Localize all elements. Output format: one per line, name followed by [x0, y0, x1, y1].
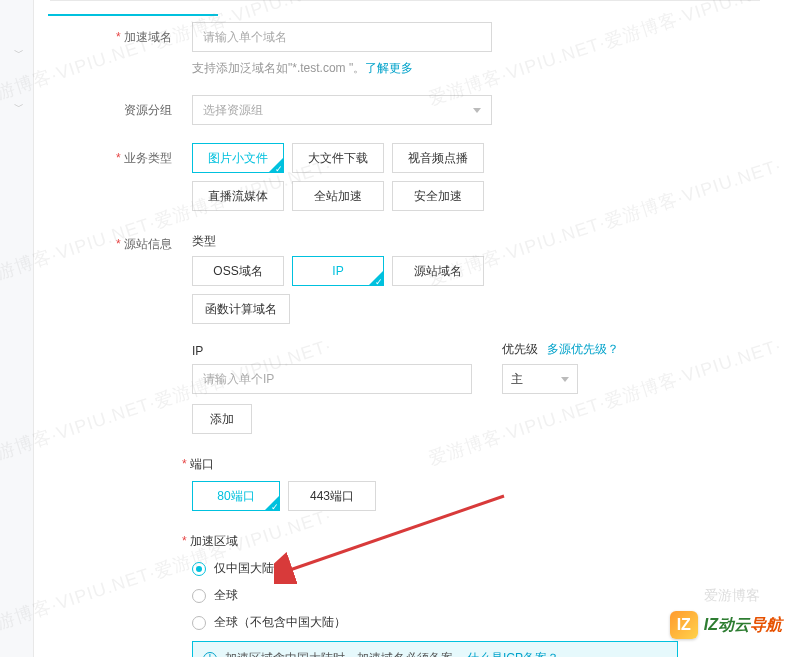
label-origin: 源站信息 [100, 229, 172, 253]
biztype-option-scdn[interactable]: 安全加速 [392, 181, 484, 211]
priority-label: 优先级 [502, 342, 538, 356]
region-option-label: 仅中国大陆 [214, 560, 274, 577]
priority-select[interactable]: 主 [502, 364, 578, 394]
domain-hint-text: 支持添加泛域名如"*.test.com "。 [192, 61, 365, 75]
resource-group-select[interactable]: 选择资源组 [192, 95, 492, 125]
biztype-option-live[interactable]: 直播流媒体 [192, 181, 284, 211]
radio-icon [192, 616, 206, 630]
priority-help-link[interactable]: 多源优先级？ [547, 342, 619, 356]
port-section-label: 端口 [182, 456, 376, 473]
origin-type-oss[interactable]: OSS域名 [192, 256, 284, 286]
biztype-option-vod[interactable]: 视音频点播 [392, 143, 484, 173]
domain-hint: 支持添加泛域名如"*.test.com "。了解更多 [192, 60, 492, 77]
biztype-option-dcdn[interactable]: 全站加速 [292, 181, 384, 211]
learn-more-link[interactable]: 了解更多 [365, 61, 413, 75]
origin-ip-input[interactable] [192, 364, 472, 394]
chevron-down-icon [473, 108, 481, 113]
notice-text: 加速区域含中国大陆时，加速域名必须备案。 [225, 650, 465, 657]
label-resource-group: 资源分组 [100, 95, 172, 119]
region-section-label: 加速区域 [182, 533, 678, 550]
label-domain: 加速域名 [100, 22, 172, 46]
origin-type-domain[interactable]: 源站域名 [392, 256, 484, 286]
form-main: 加速域名 支持添加泛域名如"*.test.com "。了解更多 资源分组 选择资… [34, 0, 800, 657]
sidebar: ﹀ ﹀ [0, 0, 34, 657]
priority-value: 主 [511, 371, 523, 388]
region-option-label: 全球 [214, 587, 238, 604]
add-origin-button[interactable]: 添加 [192, 404, 252, 434]
icp-help-link[interactable]: 什么是ICP备案？ [467, 650, 559, 657]
radio-icon [192, 562, 206, 576]
label-biz-type: 业务类型 [100, 143, 172, 167]
domain-input[interactable] [192, 22, 492, 52]
region-option-global[interactable]: 全球 [192, 587, 678, 604]
chevron-down-icon[interactable]: ﹀ [14, 100, 24, 114]
notice-box: ! 加速区域含中国大陆时，加速域名必须备案。 什么是ICP备案？ [192, 641, 678, 657]
region-option-global-ex-mainland[interactable]: 全球（不包含中国大陆） [192, 614, 678, 631]
port-option-443[interactable]: 443端口 [288, 481, 376, 511]
chevron-down-icon [561, 377, 569, 382]
biztype-option-image[interactable]: 图片小文件 [192, 143, 284, 173]
chevron-down-icon[interactable]: ﹀ [14, 46, 24, 60]
region-option-label: 全球（不包含中国大陆） [214, 614, 346, 631]
info-icon: ! [203, 652, 217, 658]
select-placeholder: 选择资源组 [203, 102, 263, 119]
origin-type-label: 类型 [192, 233, 619, 250]
origin-type-fc[interactable]: 函数计算域名 [192, 294, 290, 324]
label-port [100, 452, 172, 459]
biztype-option-largefile[interactable]: 大文件下载 [292, 143, 384, 173]
port-option-80[interactable]: 80端口 [192, 481, 280, 511]
origin-type-ip[interactable]: IP [292, 256, 384, 286]
label-region [100, 529, 172, 536]
radio-icon [192, 589, 206, 603]
region-option-mainland[interactable]: 仅中国大陆 [192, 560, 678, 577]
origin-ip-label: IP [192, 344, 472, 358]
